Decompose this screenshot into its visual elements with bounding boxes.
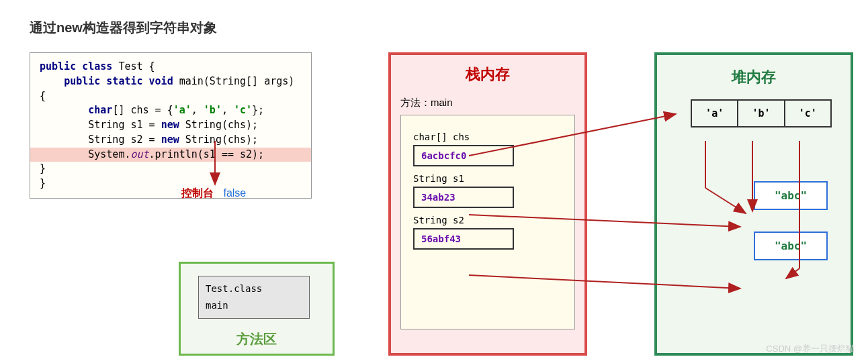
class-box: Test.class main — [198, 276, 310, 319]
kw: new — [161, 134, 179, 146]
code-text: , — [191, 104, 204, 116]
kw: public class — [40, 60, 112, 72]
stack-frame: char[] chs 6acbcfc0 String s1 34ab23 Str… — [400, 115, 575, 329]
heap-memory: 堆内存 'a' 'b' 'c' "abc" "abc" — [654, 52, 853, 356]
var-label: char[] chs — [413, 132, 562, 142]
console-value: false — [223, 187, 246, 199]
char-array: 'a' 'b' 'c' — [691, 99, 832, 127]
console-output: 控制台 false — [181, 187, 246, 201]
string-object: "abc" — [754, 181, 828, 210]
kw: new — [161, 119, 179, 131]
char-literal: 'a' — [173, 104, 191, 116]
code-text: String s1 = — [88, 119, 161, 131]
code-text: String(chs); — [179, 134, 258, 146]
kw: public static void — [64, 75, 173, 87]
char-literal: 'c' — [234, 104, 252, 116]
heap-title: 堆内存 — [666, 67, 841, 87]
code-text: .println(s1 == s2); — [149, 148, 265, 160]
kw: char — [88, 104, 112, 116]
var-label: String s2 — [413, 215, 562, 225]
var-label: String s1 — [413, 173, 562, 184]
var-addr: 34ab23 — [413, 187, 514, 208]
console-label: 控制台 — [181, 187, 214, 199]
stack-memory: 栈内存 方法：main char[] chs 6acbcfc0 String s… — [388, 52, 587, 356]
method-area: Test.class main 方法区 — [179, 262, 335, 356]
char-cell: 'a' — [692, 101, 738, 126]
code-block: public class Test { public static void m… — [30, 52, 312, 199]
string-object: "abc" — [754, 232, 828, 260]
code-text: }; — [252, 104, 264, 116]
code-text: String(chs); — [179, 119, 258, 131]
field: out — [130, 148, 148, 160]
code-text: , — [222, 104, 234, 116]
char-cell: 'b' — [738, 101, 785, 126]
code-text: } — [40, 162, 302, 176]
watermark: CSDN @养一只摆烂猫 — [766, 343, 855, 355]
code-text: } — [40, 176, 302, 191]
char-cell: 'c' — [785, 101, 830, 126]
char-literal: 'b' — [204, 104, 222, 116]
stack-title: 栈内存 — [400, 64, 575, 85]
method-label: 方法：main — [400, 97, 575, 109]
page-title: 通过new构造器得到字符串对象 — [30, 19, 217, 37]
code-text: Test { — [112, 60, 155, 72]
code-text: [] chs = { — [112, 104, 173, 116]
var-addr: 56abf43 — [413, 228, 514, 250]
class-name: Test.class — [206, 280, 302, 297]
method-area-title: 方法区 — [181, 330, 333, 348]
var-addr: 6acbcfc0 — [413, 145, 514, 166]
code-text: String s2 = — [88, 134, 161, 146]
code-text: System. — [88, 148, 130, 160]
method-name: main — [206, 297, 302, 314]
